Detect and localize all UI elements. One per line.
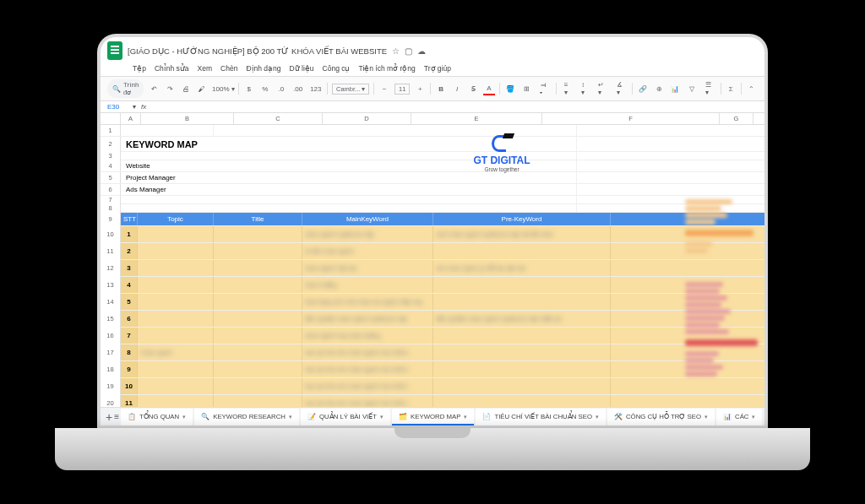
stt[interactable]: 4 xyxy=(121,277,138,293)
title[interactable] xyxy=(214,311,302,327)
mainkw[interactable]: học lực khá nên chọn ngành nào khối a xyxy=(302,344,433,360)
mainkw[interactable]: thực trạng sinh viên chọn sai ngành hiện… xyxy=(302,294,433,310)
row-num[interactable]: 4 xyxy=(101,160,121,171)
label-pm[interactable]: Project Manager xyxy=(121,172,577,183)
topic[interactable] xyxy=(138,361,214,377)
menu-chỉnh sửa[interactable]: Chỉnh sửa xyxy=(155,64,189,73)
title[interactable] xyxy=(214,378,302,394)
chevron-down-icon[interactable]: ▾ xyxy=(289,414,292,420)
title[interactable] xyxy=(214,243,302,259)
row-num[interactable]: 10 xyxy=(101,226,121,243)
chevron-down-icon[interactable]: ▾ xyxy=(464,414,467,420)
prekw[interactable] xyxy=(433,294,611,310)
col-header[interactable]: E xyxy=(411,113,542,124)
bold-icon[interactable]: B xyxy=(435,82,447,95)
menu-trợ giúp[interactable]: Trợ giúp xyxy=(424,64,451,73)
th-title[interactable]: Title xyxy=(214,213,302,225)
cloud-icon[interactable]: ☁ xyxy=(417,46,426,56)
topic[interactable] xyxy=(138,260,214,276)
title[interactable] xyxy=(214,294,302,310)
prekw[interactable] xyxy=(433,344,611,360)
chevron-down-icon[interactable]: ▾ xyxy=(596,414,599,420)
sheet-rows[interactable]: 12KEYWORD MAP34Website5Project Manager6A… xyxy=(101,125,764,412)
prekw[interactable] xyxy=(433,378,611,394)
stt[interactable]: 5 xyxy=(121,294,138,310)
chevron-down-icon[interactable]: ▾ xyxy=(182,414,186,420)
row-num[interactable]: 12 xyxy=(101,260,121,277)
topic[interactable] xyxy=(138,294,214,310)
document-title[interactable]: [GIÁO DỤC - HƯỚNG NGHIỆP] BỘ 200 TỪ KHÓA… xyxy=(128,46,387,56)
percent-icon[interactable]: % xyxy=(259,82,271,95)
star-icon[interactable]: ☆ xyxy=(392,46,400,56)
th-main[interactable]: MainKeyWord xyxy=(302,213,433,225)
mainkw[interactable]: chọn ngành đại học xyxy=(302,260,433,276)
chevron-down-icon[interactable]: ▾ xyxy=(705,414,708,420)
prekw[interactable]: cách chọn ngành nghề phù hợp với bản thâ… xyxy=(433,226,611,242)
row-num[interactable]: 15 xyxy=(101,311,121,328)
font-dropdown[interactable]: Cambr... ▾ xyxy=(332,84,369,95)
filter-icon[interactable]: ▽ xyxy=(686,82,698,95)
menu-xem[interactable]: Xem xyxy=(198,64,212,73)
menu-định dạng[interactable]: Định dạng xyxy=(246,64,280,73)
halign-icon[interactable]: ≡ ▾ xyxy=(561,82,574,95)
prekw[interactable]: nên chọn ngành gì để học đại học xyxy=(433,260,611,276)
wrap-icon[interactable]: ↵ ▾ xyxy=(595,82,609,95)
font-size[interactable]: 11 xyxy=(394,84,410,95)
zoom-dropdown[interactable]: 100% ▾ xyxy=(212,82,234,95)
tab-các[interactable]: 📊CÁC▾ xyxy=(716,409,762,425)
menu-tiện ích mở rộng[interactable]: Tiện ích mở rộng xyxy=(359,64,416,73)
mainkw[interactable]: chọn ngành hay chọn trường xyxy=(302,328,433,344)
chevron-down-icon[interactable]: ▾ xyxy=(380,414,384,420)
row-num[interactable]: 16 xyxy=(101,328,121,344)
stt[interactable]: 2 xyxy=(121,243,138,259)
chart-icon[interactable]: 📊 xyxy=(669,82,682,95)
paint-format-icon[interactable]: 🖌 xyxy=(196,82,208,95)
col-header[interactable]: C xyxy=(234,113,323,124)
cell[interactable] xyxy=(121,204,577,212)
mainkw[interactable]: trắc nghiệm chọn ngành nghề phù hợp xyxy=(302,311,433,327)
stt[interactable]: 3 xyxy=(121,260,138,276)
corner[interactable] xyxy=(101,113,121,124)
move-icon[interactable]: ▢ xyxy=(405,46,412,56)
topic[interactable] xyxy=(138,277,214,293)
cell[interactable] xyxy=(121,196,577,203)
row-num[interactable]: 8 xyxy=(101,204,121,213)
topic[interactable] xyxy=(138,311,214,327)
stt[interactable]: 1 xyxy=(121,226,138,242)
topic[interactable] xyxy=(138,226,214,242)
stt[interactable]: 8 xyxy=(121,344,138,360)
stt[interactable]: 10 xyxy=(121,378,138,394)
rotate-icon[interactable]: ∡ ▾ xyxy=(613,82,628,95)
functions-icon[interactable]: Σ xyxy=(725,82,737,95)
row-num[interactable]: 2 xyxy=(101,137,121,152)
border-icon[interactable]: ⊞ xyxy=(520,82,532,95)
row-num[interactable]: 9 xyxy=(101,213,121,226)
format-dropdown[interactable]: 123 xyxy=(308,82,323,95)
stt[interactable]: 6 xyxy=(121,311,138,327)
title[interactable] xyxy=(214,226,302,242)
prekw[interactable] xyxy=(433,361,611,377)
topic[interactable] xyxy=(138,378,214,394)
label-ads[interactable]: Ads Manager xyxy=(121,184,577,195)
tab-tiêu-chí-viết-bài-chuẩn-seo[interactable]: 📄TIÊU CHÍ VIẾT BÀI CHUẨN SEO▾ xyxy=(476,409,606,425)
fill-icon[interactable]: 🪣 xyxy=(504,82,517,95)
row-num[interactable]: 1 xyxy=(101,125,121,136)
th-topic[interactable]: Topic xyxy=(138,213,214,225)
col-header[interactable]: A xyxy=(121,113,141,124)
menu-tệp[interactable]: Tệp xyxy=(133,64,146,73)
formula-bar[interactable]: E30▾ fx xyxy=(101,101,764,113)
col-header[interactable]: G xyxy=(720,113,753,124)
stt[interactable]: 7 xyxy=(121,328,138,344)
valign-icon[interactable]: ↕ ▾ xyxy=(578,82,590,95)
title[interactable] xyxy=(214,260,302,276)
row-num[interactable]: 17 xyxy=(101,344,121,361)
topic[interactable] xyxy=(138,328,214,344)
menu-công cụ[interactable]: Công cụ xyxy=(323,64,351,73)
text-color-icon[interactable]: A xyxy=(483,82,495,95)
sheets-icon[interactable] xyxy=(107,41,122,60)
topic[interactable] xyxy=(138,243,214,259)
row-num[interactable]: 18 xyxy=(101,361,121,378)
prekw[interactable]: trắc nghiệm chọn ngành nghề phù hợp miễn… xyxy=(433,311,611,327)
spreadsheet[interactable]: ABCDEFG 12KEYWORD MAP34Website5Project M… xyxy=(101,113,764,425)
prekw[interactable] xyxy=(433,328,611,344)
